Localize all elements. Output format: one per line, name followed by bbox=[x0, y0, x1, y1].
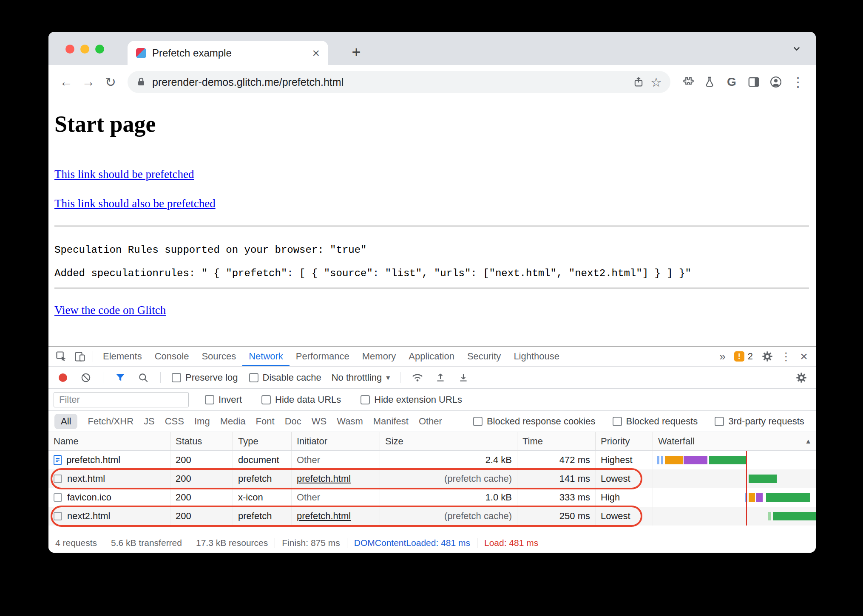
tab-search-chevron-icon[interactable] bbox=[790, 42, 803, 55]
forward-icon[interactable]: → bbox=[78, 72, 99, 92]
maximize-window-button[interactable] bbox=[95, 45, 104, 54]
request-size: 2.4 kB bbox=[380, 451, 517, 469]
column-status[interactable]: Status bbox=[170, 432, 233, 450]
blocked-requests-checkbox[interactable]: Blocked requests bbox=[613, 416, 698, 427]
share-icon[interactable] bbox=[633, 76, 644, 88]
third-party-requests-checkbox[interactable]: 3rd-party requests bbox=[715, 416, 804, 427]
table-row[interactable]: next2.html 200 prefetch prefetch.html (p… bbox=[48, 507, 816, 526]
chip-manifest[interactable]: Manifest bbox=[373, 416, 409, 427]
devtools-menu-kebab-icon[interactable]: ⋮ bbox=[778, 350, 795, 363]
google-account-icon[interactable]: G bbox=[721, 72, 742, 92]
tab-network[interactable]: Network bbox=[242, 347, 290, 366]
back-icon[interactable]: ← bbox=[56, 72, 77, 92]
invert-checkbox[interactable]: Invert bbox=[205, 394, 242, 405]
chip-all[interactable]: All bbox=[54, 414, 77, 429]
requests-count: 4 requests bbox=[48, 538, 104, 548]
chip-ws[interactable]: WS bbox=[312, 416, 326, 427]
labs-flask-icon[interactable] bbox=[699, 72, 720, 92]
browser-tab[interactable]: Prefetch example × bbox=[128, 41, 328, 65]
chip-media[interactable]: Media bbox=[220, 416, 246, 427]
tab-close-icon[interactable]: × bbox=[312, 47, 320, 59]
table-row[interactable]: favicon.ico 200 x-icon Other 1.0 kB 333 … bbox=[48, 488, 816, 507]
devtools-close-icon[interactable]: × bbox=[795, 349, 812, 364]
filter-input[interactable] bbox=[54, 392, 189, 407]
side-panel-icon[interactable] bbox=[744, 72, 764, 92]
blocked-response-cookies-checkbox[interactable]: Blocked response cookies bbox=[473, 416, 596, 427]
chip-wasm[interactable]: Wasm bbox=[337, 416, 363, 427]
prefetch-link-1[interactable]: This link should be prefetched bbox=[54, 168, 194, 181]
tab-security[interactable]: Security bbox=[461, 347, 507, 366]
tab-title: Prefetch example bbox=[152, 47, 306, 59]
tab-lighthouse[interactable]: Lighthouse bbox=[507, 347, 566, 366]
reload-icon[interactable]: ↻ bbox=[100, 72, 121, 92]
minimize-window-button[interactable] bbox=[80, 45, 89, 54]
chip-img[interactable]: Img bbox=[194, 416, 210, 427]
request-time: 472 ms bbox=[517, 451, 596, 469]
chip-font[interactable]: Font bbox=[256, 416, 275, 427]
address-bar[interactable]: prerender-demos.glitch.me/prefetch.html … bbox=[128, 71, 670, 93]
browser-menu-kebab-icon[interactable]: ⋮ bbox=[788, 72, 808, 92]
preserve-log-checkbox[interactable]: Preserve log bbox=[172, 372, 238, 383]
column-waterfall[interactable]: Waterfall ▲ bbox=[653, 432, 816, 450]
disable-cache-checkbox[interactable]: Disable cache bbox=[249, 372, 321, 383]
view-code-link[interactable]: View the code on Glitch bbox=[54, 304, 166, 317]
devtools-settings-gear-icon[interactable] bbox=[758, 348, 777, 365]
waterfall-bar-ssl bbox=[684, 456, 707, 464]
checkbox[interactable] bbox=[172, 373, 181, 382]
chip-doc[interactable]: Doc bbox=[285, 416, 301, 427]
request-status: 200 bbox=[170, 488, 233, 507]
tab-sources[interactable]: Sources bbox=[195, 347, 242, 366]
checkbox[interactable] bbox=[715, 417, 724, 426]
column-name[interactable]: Name bbox=[48, 432, 170, 450]
search-icon[interactable] bbox=[134, 369, 153, 386]
tab-performance[interactable]: Performance bbox=[290, 347, 356, 366]
request-size: 1.0 kB bbox=[380, 488, 517, 507]
import-har-icon[interactable] bbox=[431, 369, 450, 386]
filter-funnel-icon[interactable] bbox=[111, 369, 130, 386]
hide-data-urls-checkbox[interactable]: Hide data URLs bbox=[261, 394, 341, 405]
table-row[interactable]: next.html 200 prefetch prefetch.html (pr… bbox=[48, 469, 816, 488]
tab-strip: Prefetch example × + bbox=[48, 32, 816, 65]
request-type: prefetch bbox=[233, 469, 292, 488]
checkbox[interactable] bbox=[249, 373, 258, 382]
checkbox[interactable] bbox=[613, 417, 622, 426]
record-network-log-icon[interactable] bbox=[54, 369, 72, 386]
chip-js[interactable]: JS bbox=[144, 416, 155, 427]
extensions-puzzle-icon[interactable] bbox=[677, 72, 698, 92]
network-table-header: Name Status Type Initiator Size Time Pri… bbox=[48, 432, 816, 451]
chip-fetch-xhr[interactable]: Fetch/XHR bbox=[88, 416, 133, 427]
checkbox[interactable] bbox=[473, 417, 483, 426]
chip-other[interactable]: Other bbox=[419, 416, 442, 427]
profile-avatar-icon[interactable] bbox=[766, 72, 786, 92]
checkbox[interactable] bbox=[261, 395, 271, 404]
column-type[interactable]: Type bbox=[233, 432, 292, 450]
issues-counter[interactable]: ! 2 bbox=[730, 351, 757, 362]
prefetch-link-2[interactable]: This link should also be prefetched bbox=[54, 197, 216, 210]
clear-network-log-icon[interactable] bbox=[77, 369, 95, 386]
column-size[interactable]: Size bbox=[380, 432, 517, 450]
inspect-element-icon[interactable] bbox=[52, 348, 71, 365]
checkbox[interactable] bbox=[361, 395, 370, 404]
column-priority[interactable]: Priority bbox=[596, 432, 653, 450]
table-row[interactable]: prefetch.html 200 document Other 2.4 kB … bbox=[48, 451, 816, 469]
column-time[interactable]: Time bbox=[517, 432, 596, 450]
throttling-dropdown[interactable]: No throttling ▾ bbox=[332, 372, 390, 383]
export-har-icon[interactable] bbox=[454, 369, 473, 386]
chip-css[interactable]: CSS bbox=[165, 416, 184, 427]
tab-application[interactable]: Application bbox=[402, 347, 461, 366]
column-initiator[interactable]: Initiator bbox=[292, 432, 380, 450]
close-window-button[interactable] bbox=[65, 45, 74, 54]
new-tab-button[interactable]: + bbox=[347, 43, 366, 62]
network-settings-gear-icon[interactable] bbox=[792, 369, 811, 386]
network-conditions-wifi-icon[interactable] bbox=[408, 369, 427, 386]
request-initiator-link[interactable]: prefetch.html bbox=[292, 469, 380, 488]
tab-memory[interactable]: Memory bbox=[356, 347, 402, 366]
request-initiator-link[interactable]: prefetch.html bbox=[292, 507, 380, 526]
tab-console[interactable]: Console bbox=[148, 347, 196, 366]
tab-elements[interactable]: Elements bbox=[97, 347, 148, 366]
bookmark-star-icon[interactable]: ☆ bbox=[650, 75, 662, 90]
checkbox[interactable] bbox=[205, 395, 214, 404]
device-toolbar-icon[interactable] bbox=[71, 348, 89, 365]
more-tabs-icon[interactable]: » bbox=[716, 350, 729, 363]
hide-extension-urls-checkbox[interactable]: Hide extension URLs bbox=[361, 394, 462, 405]
